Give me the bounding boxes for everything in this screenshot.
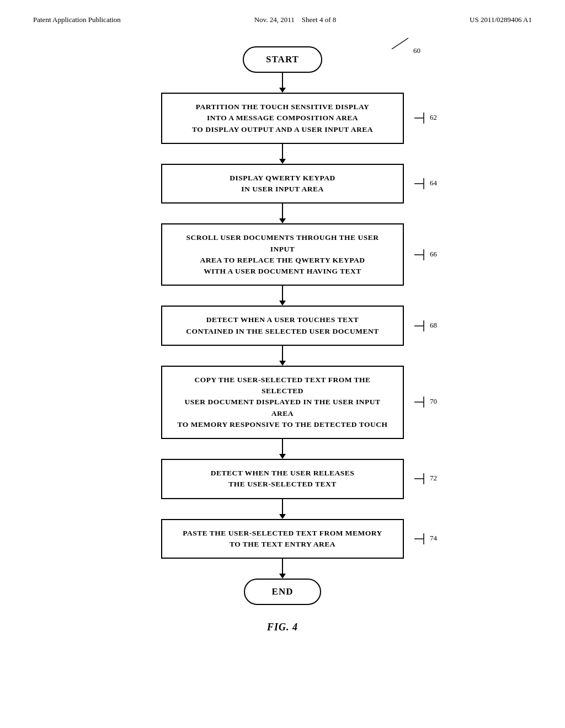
step-62-box: PARTITION THE TOUCH SENSITIVE DISPLAYINT… — [161, 93, 404, 144]
ref-70: 70 — [412, 394, 437, 410]
step-62-row: PARTITION THE TOUCH SENSITIVE DISPLAYINT… — [128, 93, 437, 144]
step-68-box: DETECT WHEN A USER TOUCHES TEXTCONTAINED… — [161, 306, 404, 346]
ref-arrow-60 — [386, 35, 414, 52]
step-66-row: SCROLL USER DOCUMENTS THROUGH THE USER I… — [128, 223, 437, 286]
step-64-row: DISPLAY QWERTY KEYPADIN USER INPUT AREA … — [128, 164, 437, 204]
arrow-4 — [279, 286, 286, 306]
ref-62: 62 — [412, 110, 437, 126]
step-68-row: DETECT WHEN A USER TOUCHES TEXTCONTAINED… — [128, 306, 437, 346]
ref-74: 74 — [412, 531, 437, 547]
arrow-6 — [279, 439, 286, 459]
end-box: END — [244, 579, 321, 605]
header-left: Patent Application Publication — [33, 15, 121, 24]
step-74-row: PASTE THE USER-SELECTED TEXT FROM MEMORY… — [128, 519, 437, 559]
arrow-1 — [279, 73, 286, 93]
arrow-8 — [279, 559, 286, 579]
ref-72: 72 — [412, 470, 437, 487]
step-70-row: COPY THE USER-SELECTED TEXT FROM THE SEL… — [128, 366, 437, 439]
page-header: Patent Application Publication Nov. 24, … — [0, 0, 565, 24]
arrow-7 — [279, 499, 286, 519]
header-middle: Nov. 24, 2011 Sheet 4 of 8 — [254, 15, 337, 24]
ref-60: 60 — [413, 46, 420, 55]
step-74-box: PASTE THE USER-SELECTED TEXT FROM MEMORY… — [161, 519, 404, 559]
step-72-box: DETECT WHEN THE USER RELEASESTHE USER-SE… — [161, 459, 404, 499]
step-64-box: DISPLAY QWERTY KEYPADIN USER INPUT AREA — [161, 164, 404, 204]
svg-line-0 — [392, 38, 408, 49]
step-72-row: DETECT WHEN THE USER RELEASESTHE USER-SE… — [128, 459, 437, 499]
arrow-5 — [279, 346, 286, 366]
step-66-box: SCROLL USER DOCUMENTS THROUGH THE USER I… — [161, 223, 404, 286]
start-box: START — [243, 46, 322, 73]
flowchart: 60 START PARTITION THE TOUCH SENSITIVE D… — [117, 46, 448, 605]
fig-caption: FIG. 4 — [267, 622, 298, 633]
ref-66: 66 — [412, 247, 437, 263]
diagram-area: 60 START PARTITION THE TOUCH SENSITIVE D… — [0, 24, 565, 633]
step-70-box: COPY THE USER-SELECTED TEXT FROM THE SEL… — [161, 366, 404, 439]
ref-68: 68 — [412, 318, 437, 334]
header-right: US 2011/0289406 A1 — [470, 15, 532, 24]
arrow-2 — [279, 144, 286, 164]
ref-64: 64 — [412, 175, 437, 192]
arrow-3 — [279, 204, 286, 223]
